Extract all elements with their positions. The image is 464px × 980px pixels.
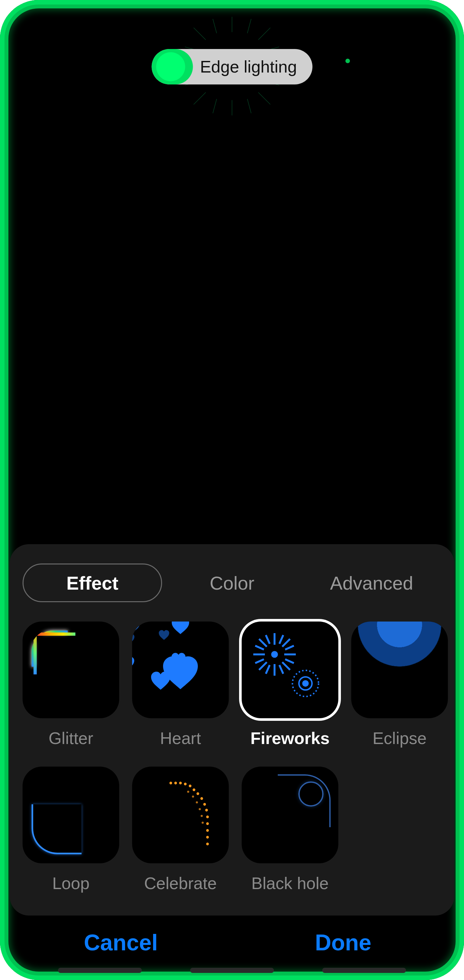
svg-point-34 bbox=[303, 681, 308, 686]
svg-line-25 bbox=[282, 662, 290, 670]
effect-label: Heart bbox=[160, 729, 201, 748]
svg-point-49 bbox=[179, 782, 182, 784]
svg-point-40 bbox=[200, 797, 203, 800]
effect-label: Celebrate bbox=[144, 873, 216, 893]
effect-loop[interactable]: Loop bbox=[22, 767, 119, 893]
svg-point-39 bbox=[197, 792, 199, 795]
svg-point-53 bbox=[192, 795, 194, 798]
svg-line-7 bbox=[194, 92, 206, 105]
svg-line-9 bbox=[213, 19, 217, 33]
device-frame: Edge lighting Effect Color Advanced Glit… bbox=[0, 0, 464, 980]
effect-thumb bbox=[351, 622, 448, 718]
svg-line-31 bbox=[285, 659, 294, 663]
svg-point-47 bbox=[206, 843, 209, 845]
toggle-track bbox=[152, 49, 193, 84]
effect-eclipse[interactable]: Eclipse bbox=[351, 622, 448, 748]
svg-line-28 bbox=[255, 646, 264, 649]
svg-point-46 bbox=[206, 836, 209, 838]
tab-effect[interactable]: Effect bbox=[22, 563, 162, 602]
effect-blackhole[interactable]: Black hole bbox=[242, 767, 338, 893]
svg-point-38 bbox=[193, 789, 195, 791]
tab-label: Advanced bbox=[330, 572, 413, 594]
svg-point-50 bbox=[174, 782, 177, 784]
cancel-button[interactable]: Cancel bbox=[10, 917, 232, 968]
tab-color[interactable]: Color bbox=[162, 563, 302, 602]
svg-point-48 bbox=[184, 783, 187, 785]
svg-line-32 bbox=[266, 665, 270, 674]
svg-point-17 bbox=[272, 652, 277, 657]
effect-fireworks[interactable]: Fireworks bbox=[242, 622, 338, 748]
svg-point-45 bbox=[206, 829, 209, 832]
svg-point-54 bbox=[196, 802, 198, 803]
effect-heart[interactable]: Heart bbox=[132, 622, 229, 748]
effect-label: Black hole bbox=[251, 873, 329, 893]
footer-buttons: Cancel Done bbox=[10, 917, 454, 968]
svg-line-27 bbox=[280, 635, 283, 644]
edge-lighting-toggle[interactable]: Edge lighting bbox=[152, 49, 313, 84]
effect-label: Glitter bbox=[49, 729, 94, 748]
svg-line-30 bbox=[255, 659, 264, 663]
svg-point-56 bbox=[201, 815, 203, 817]
button-label: Done bbox=[315, 930, 372, 956]
nav-back[interactable] bbox=[322, 968, 406, 973]
camera-punch-hole bbox=[345, 59, 350, 63]
svg-line-33 bbox=[280, 665, 283, 674]
effect-celebrate[interactable]: Celebrate bbox=[132, 767, 229, 893]
svg-line-10 bbox=[248, 19, 251, 33]
svg-line-26 bbox=[266, 635, 270, 644]
svg-point-43 bbox=[206, 816, 209, 818]
effect-label: Eclipse bbox=[372, 729, 427, 748]
nav-recent[interactable] bbox=[58, 968, 142, 973]
toggle-knob bbox=[156, 52, 185, 81]
svg-point-55 bbox=[199, 808, 201, 810]
svg-line-29 bbox=[285, 646, 294, 649]
effect-label: Loop bbox=[52, 873, 90, 893]
tab-label: Color bbox=[210, 572, 254, 594]
effect-glitter[interactable]: Glitter bbox=[22, 622, 119, 748]
effects-grid: Glitter bbox=[22, 622, 442, 893]
done-button[interactable]: Done bbox=[232, 917, 454, 968]
effect-label: Fireworks bbox=[250, 729, 330, 748]
svg-line-11 bbox=[213, 99, 217, 113]
effects-panel: Effect Color Advanced Glitter bbox=[10, 544, 454, 916]
effect-thumb bbox=[242, 622, 338, 718]
svg-line-8 bbox=[258, 92, 270, 105]
effect-thumb bbox=[132, 767, 229, 863]
tab-label: Effect bbox=[67, 572, 118, 594]
tab-bar: Effect Color Advanced bbox=[22, 563, 442, 602]
svg-point-52 bbox=[187, 791, 189, 793]
svg-point-57 bbox=[202, 822, 204, 824]
android-nav-bar[interactable] bbox=[0, 968, 464, 976]
tab-advanced[interactable]: Advanced bbox=[302, 563, 442, 602]
svg-point-51 bbox=[170, 782, 172, 784]
effect-thumb bbox=[22, 622, 119, 718]
svg-line-23 bbox=[282, 639, 290, 647]
nav-home[interactable] bbox=[190, 968, 274, 973]
effect-thumb bbox=[22, 767, 119, 863]
svg-line-22 bbox=[259, 639, 267, 647]
effect-thumb bbox=[242, 767, 338, 863]
svg-line-12 bbox=[248, 99, 251, 113]
effect-thumb bbox=[132, 622, 229, 718]
svg-point-42 bbox=[205, 809, 208, 811]
svg-line-5 bbox=[194, 28, 206, 40]
svg-point-44 bbox=[206, 822, 209, 825]
svg-point-37 bbox=[189, 784, 191, 787]
svg-line-24 bbox=[259, 662, 267, 670]
toggle-label: Edge lighting bbox=[200, 57, 297, 76]
button-label: Cancel bbox=[84, 930, 158, 956]
svg-point-41 bbox=[203, 803, 206, 806]
svg-line-6 bbox=[258, 28, 270, 40]
